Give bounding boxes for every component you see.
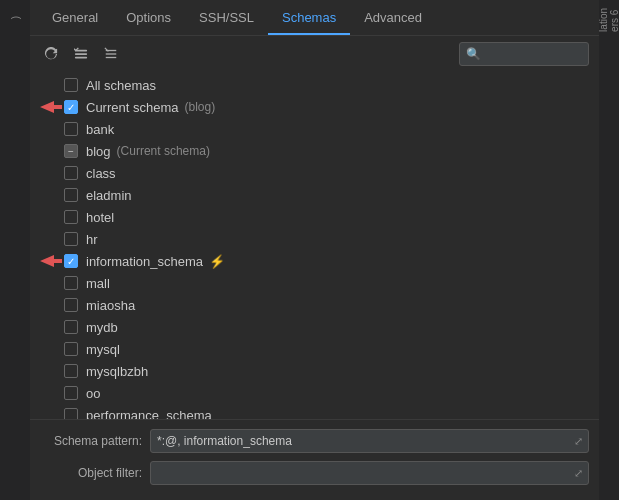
schema-item[interactable]: mydb — [30, 316, 599, 338]
schema-pattern-row: Schema pattern: ⤢ — [40, 428, 589, 454]
svg-rect-2 — [75, 57, 87, 59]
object-filter-input[interactable] — [150, 461, 589, 485]
svg-marker-7 — [40, 101, 62, 113]
schema-checkbox[interactable]: ✓ — [64, 254, 78, 268]
schema-name: bank — [86, 122, 114, 137]
left-sidebar: ) — [0, 0, 30, 500]
search-input[interactable] — [485, 47, 582, 61]
bottom-fields: Schema pattern: ⤢ Object filter: ⤢ — [30, 419, 599, 500]
deselect-all-button[interactable] — [100, 43, 122, 65]
schema-hint: (Current schema) — [117, 144, 210, 158]
schema-name: mydb — [86, 320, 118, 335]
schema-name: performance_schema — [86, 408, 212, 420]
schema-checkbox[interactable]: ✓ — [64, 100, 78, 114]
schema-name: information_schema — [86, 254, 203, 269]
schema-name: mall — [86, 276, 110, 291]
schema-item[interactable]: hotel — [30, 206, 599, 228]
schema-item[interactable]: All schemas — [30, 74, 599, 96]
schema-item[interactable]: performance_schema — [30, 404, 599, 419]
tab-sshssl[interactable]: SSH/SSL — [185, 2, 268, 35]
schema-checkbox[interactable] — [64, 298, 78, 312]
schema-pattern-label: Schema pattern: — [40, 434, 150, 448]
schema-checkbox[interactable] — [64, 166, 78, 180]
arrow-indicator — [40, 101, 62, 113]
schema-item[interactable]: miaosha — [30, 294, 599, 316]
schema-name: Current schema — [86, 100, 178, 115]
schema-checkbox[interactable] — [64, 342, 78, 356]
schema-checkbox[interactable] — [64, 276, 78, 290]
schema-checkbox[interactable] — [64, 386, 78, 400]
schema-item[interactable]: ✓ information_schema ⚡ — [30, 250, 599, 272]
schema-name: class — [86, 166, 116, 181]
schema-list: All schemas ✓ Current schema (blog) bank… — [30, 72, 599, 419]
svg-rect-1 — [75, 53, 87, 55]
schema-item[interactable]: oo — [30, 382, 599, 404]
search-icon: 🔍 — [466, 47, 481, 61]
schema-item[interactable]: ✓ Current schema (blog) — [30, 96, 599, 118]
schema-pattern-input-wrapper: ⤢ — [150, 429, 589, 453]
schema-pattern-expand-icon[interactable]: ⤢ — [574, 435, 583, 448]
schema-checkbox[interactable] — [64, 78, 78, 92]
schema-checkbox[interactable] — [64, 188, 78, 202]
object-filter-label: Object filter: — [40, 466, 150, 480]
schema-name: oo — [86, 386, 100, 401]
schema-name: eladmin — [86, 188, 132, 203]
schema-checkbox[interactable] — [64, 364, 78, 378]
schema-name: mysql — [86, 342, 120, 357]
svg-marker-8 — [40, 255, 62, 267]
tab-options[interactable]: Options — [112, 2, 185, 35]
schema-pattern-input[interactable] — [150, 429, 589, 453]
select-all-button[interactable] — [70, 43, 92, 65]
main-panel: General Options SSH/SSL Schemas Advanced — [30, 0, 599, 500]
schema-item[interactable]: hr — [30, 228, 599, 250]
right-sidebar: lationers 6 — [599, 0, 619, 500]
schema-name: mysqlbzbh — [86, 364, 148, 379]
search-box[interactable]: 🔍 — [459, 42, 589, 66]
schema-item[interactable]: − blog (Current schema) — [30, 140, 599, 162]
schema-name: miaosha — [86, 298, 135, 313]
object-filter-row: Object filter: ⤢ — [40, 460, 589, 486]
left-sidebar-text: ) — [10, 16, 21, 19]
select-all-icon — [74, 47, 88, 61]
tab-bar: General Options SSH/SSL Schemas Advanced — [30, 0, 599, 36]
tab-general[interactable]: General — [38, 2, 112, 35]
object-filter-expand-icon[interactable]: ⤢ — [574, 467, 583, 480]
schema-checkbox[interactable]: − — [64, 144, 78, 158]
schema-item[interactable]: mall — [30, 272, 599, 294]
schema-checkbox[interactable] — [64, 320, 78, 334]
schema-checkbox[interactable] — [64, 122, 78, 136]
bolt-icon: ⚡ — [209, 254, 225, 269]
refresh-icon — [44, 47, 58, 61]
object-filter-input-wrapper: ⤢ — [150, 461, 589, 485]
schema-item[interactable]: mysqlbzbh — [30, 360, 599, 382]
tab-advanced[interactable]: Advanced — [350, 2, 436, 35]
schema-item[interactable]: bank — [30, 118, 599, 140]
schema-item[interactable]: eladmin — [30, 184, 599, 206]
schema-item[interactable]: mysql — [30, 338, 599, 360]
schema-hint: (blog) — [184, 100, 215, 114]
tab-schemas[interactable]: Schemas — [268, 2, 350, 35]
schema-name: All schemas — [86, 78, 156, 93]
schema-name: blog — [86, 144, 111, 159]
arrow-indicator — [40, 255, 62, 267]
deselect-all-icon — [104, 47, 118, 61]
schema-name: hr — [86, 232, 98, 247]
right-sidebar-text: lationers 6 — [598, 8, 619, 32]
schema-checkbox[interactable] — [64, 210, 78, 224]
schema-checkbox[interactable] — [64, 408, 78, 419]
toolbar: 🔍 — [30, 36, 599, 72]
schema-name: hotel — [86, 210, 114, 225]
schema-checkbox[interactable] — [64, 232, 78, 246]
refresh-button[interactable] — [40, 43, 62, 65]
schema-item[interactable]: class — [30, 162, 599, 184]
